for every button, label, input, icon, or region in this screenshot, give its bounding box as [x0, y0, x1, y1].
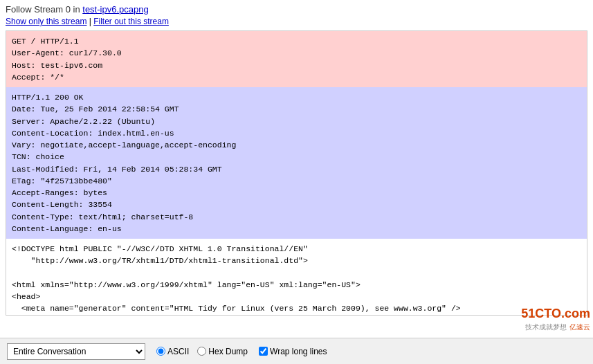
watermark-logo: 技术成就梦想 亿速云 — [525, 322, 590, 332]
hex-dump-radio-label[interactable]: Hex Dump — [197, 347, 248, 356]
filter-out-link[interactable]: Filter out this stream — [93, 17, 169, 26]
watermark: 51CTO.com 技术成就梦想 亿速云 — [510, 293, 593, 335]
watermark-sub2: 亿速云 — [569, 322, 590, 332]
wrap-lines-label[interactable]: Wrap long lines — [259, 347, 327, 356]
encoding-options: ASCII Hex Dump — [156, 347, 248, 356]
ascii-radio-label[interactable]: ASCII — [156, 347, 189, 356]
hex-dump-radio[interactable] — [197, 347, 206, 356]
separator: | — [86, 17, 93, 26]
wrap-lines-checkbox[interactable] — [259, 347, 268, 356]
ascii-radio[interactable] — [156, 347, 165, 356]
wrap-lines-text: Wrap long lines — [270, 347, 327, 356]
title-prefix: Follow Stream 0 in — [6, 4, 82, 15]
show-only-link[interactable]: Show only this stream — [6, 17, 86, 26]
watermark-51cto: 51CTO.com — [521, 307, 590, 321]
watermark-sub1: 技术成就梦想 — [525, 322, 567, 332]
stream-content: GET / HTTP/1.1 User-Agent: curl/7.30.0 H… — [6, 30, 587, 316]
conversation-select[interactable]: Entire Conversation — [7, 343, 145, 360]
bottom-bar: Entire Conversation ASCII Hex Dump Wrap … — [0, 338, 593, 364]
hex-dump-label: Hex Dump — [208, 347, 248, 356]
filename-link[interactable]: test-ipv6.pcapng — [82, 4, 148, 15]
ascii-label: ASCII — [167, 347, 189, 356]
response-block: HTTP/1.1 200 OK Date: Tue, 25 Feb 2014 2… — [6, 87, 587, 239]
request-block: GET / HTTP/1.1 User-Agent: curl/7.30.0 H… — [6, 31, 587, 87]
html-content-block: <!DOCTYPE html PUBLIC "-//W3C//DTD XHTML… — [6, 239, 587, 316]
